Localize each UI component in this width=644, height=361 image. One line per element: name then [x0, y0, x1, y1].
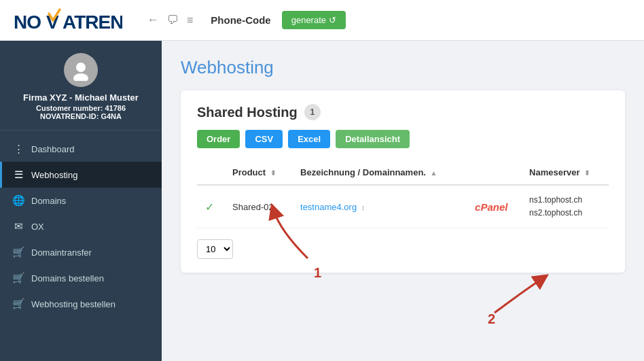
arrow-2-label: 2 — [488, 311, 495, 327]
col-status — [197, 160, 224, 185]
topbar-icons: ← 🗩 ≡ — [147, 13, 193, 27]
svg-point-4 — [73, 73, 88, 81]
page-title: Webhosting — [181, 57, 625, 78]
dashboard-icon: ⋮ — [12, 143, 24, 155]
sidebar-item-domaintransfer[interactable]: 🛒 Domaintransfer — [0, 239, 162, 265]
pagination-row: 10 25 50 — [197, 239, 609, 259]
cpanel-label[interactable]: cPanel — [475, 201, 507, 213]
per-page-select[interactable]: 10 25 50 — [197, 239, 233, 259]
domains-icon: 🌐 — [12, 194, 24, 207]
detailansicht-button[interactable]: Detailansicht — [336, 130, 410, 148]
sidebar: Firma XYZ - Michael Muster Customer numb… — [0, 41, 162, 361]
section-title: Shared Hosting — [197, 105, 298, 120]
nameserver-1: ns1.tophost.ch — [529, 194, 601, 207]
logo: NO V ATREND — [14, 7, 122, 34]
ox-icon: ✉ — [12, 220, 24, 233]
username: Firma XYZ - Michael Muster — [23, 92, 139, 103]
sidebar-item-label: OX — [31, 222, 44, 232]
col-cpanel — [467, 160, 521, 185]
cart-icon-1: 🛒 — [12, 246, 24, 258]
domain-sort-icon[interactable]: ↕ — [361, 203, 365, 211]
table-header-row: Product ⬍ Bezeichnung / Domainnamen. ▲ N… — [197, 160, 609, 185]
sidebar-item-label: Dashboard — [31, 144, 75, 154]
svg-text:ATREND: ATREND — [62, 12, 122, 33]
sidebar-item-webhosting-bestellen[interactable]: 🛒 Webhosting bestellen — [0, 291, 162, 317]
excel-button[interactable]: Excel — [288, 130, 330, 148]
phone-code-label: Phone-Code — [211, 14, 270, 26]
svg-text:NO: NO — [14, 12, 41, 33]
arrow-2-svg — [488, 272, 556, 320]
nameserver-2: ns2.tophost.ch — [529, 207, 601, 220]
sidebar-item-domains-bestellen[interactable]: 🛒 Domains bestellen — [0, 265, 162, 291]
action-buttons: Order CSV Excel Detailansicht — [197, 130, 609, 148]
row-product: Shared-02 — [224, 185, 292, 228]
sidebar-item-domains[interactable]: 🌐 Domains — [0, 188, 162, 213]
cart-icon-2: 🛒 — [12, 272, 24, 284]
grid-icon[interactable]: ≡ — [187, 14, 193, 27]
sidebar-item-label: Webhosting bestellen — [31, 299, 115, 309]
domain-link[interactable]: testname4.org — [300, 202, 357, 212]
sidebar-item-label: Domains — [31, 196, 66, 206]
sidebar-item-ox[interactable]: ✉ OX — [0, 213, 162, 239]
topbar: NO V ATREND ← 🗩 ≡ Phone-Code generate ↺ — [0, 0, 644, 41]
csv-button[interactable]: CSV — [245, 130, 283, 148]
back-icon[interactable]: ← — [147, 13, 159, 27]
user-section: Firma XYZ - Michael Muster Customer numb… — [0, 41, 162, 131]
section-badge: 1 — [304, 104, 321, 120]
nav: ⋮ Dashboard ☰ Webhosting 🌐 Domains ✉ OX … — [0, 131, 162, 322]
main-card: Shared Hosting 1 Order CSV Excel Detaila… — [181, 90, 625, 273]
main-content: Webhosting Shared Hosting 1 Order CSV Ex… — [162, 41, 644, 361]
sidebar-item-label: Webhosting — [31, 170, 77, 180]
sidebar-item-label: Domains bestellen — [31, 273, 104, 283]
sort-icon-bezeichnung[interactable]: ▲ — [431, 169, 437, 177]
webhosting-icon: ☰ — [12, 169, 24, 181]
row-nameservers: ns1.tophost.ch ns2.tophost.ch — [521, 185, 609, 228]
svg-point-3 — [76, 63, 86, 72]
cart-icon-3: 🛒 — [12, 298, 24, 310]
col-nameserver: Nameserver ⬍ — [521, 160, 609, 185]
hosting-table: Product ⬍ Bezeichnung / Domainnamen. ▲ N… — [197, 160, 609, 228]
sidebar-item-dashboard[interactable]: ⋮ Dashboard — [0, 136, 162, 162]
col-bezeichnung: Bezeichnung / Domainnamen. ▲ — [292, 160, 467, 185]
table-row: ✓ Shared-02 testname4.org ↕ cPanel ns — [197, 185, 609, 228]
arrow-2-container: 2 — [488, 272, 556, 322]
sidebar-item-label: Domaintransfer — [31, 247, 92, 258]
sidebar-item-webhosting[interactable]: ☰ Webhosting — [0, 162, 162, 188]
sort-icon-nameserver[interactable]: ⬍ — [584, 169, 590, 177]
layout: Firma XYZ - Michael Muster Customer numb… — [0, 41, 644, 361]
novatrend-id: NOVATREND-ID: G4NA — [40, 112, 122, 120]
nameserver-list: ns1.tophost.ch ns2.tophost.ch — [529, 194, 601, 220]
chat-icon[interactable]: 🗩 — [167, 14, 179, 27]
customer-number: Customer number: 41786 — [36, 104, 126, 112]
avatar — [64, 53, 98, 87]
row-status: ✓ — [197, 185, 224, 228]
row-domain: testname4.org ↕ — [292, 185, 467, 228]
order-button[interactable]: Order — [197, 130, 240, 148]
generate-button[interactable]: generate ↺ — [282, 11, 346, 29]
col-product: Product ⬍ — [224, 160, 292, 185]
row-cpanel: cPanel — [467, 185, 521, 228]
section-header: Shared Hosting 1 — [197, 104, 609, 120]
sort-icon-product[interactable]: ⬍ — [270, 169, 276, 177]
status-check-icon: ✓ — [205, 201, 214, 213]
